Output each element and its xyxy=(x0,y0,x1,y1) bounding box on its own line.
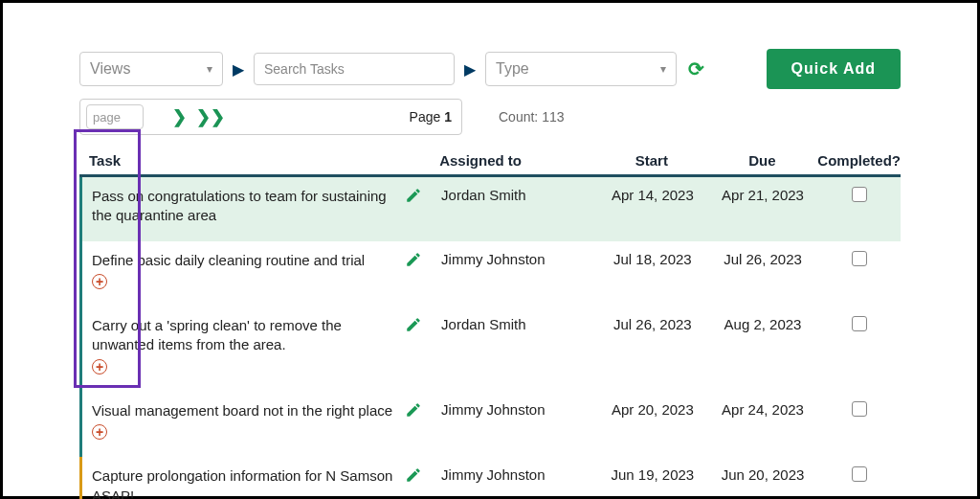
edit-icon[interactable] xyxy=(405,466,441,484)
table-row[interactable]: Visual management board not in the right… xyxy=(79,392,901,458)
col-header-due[interactable]: Due xyxy=(707,152,818,169)
task-text: Capture prolongation information for N S… xyxy=(92,466,395,499)
toolbar-primary: Views ▾ ▶ ▶ Type ▾ ⟳ Quick Add xyxy=(79,49,901,89)
col-header-assigned[interactable]: Assigned to xyxy=(439,152,596,169)
due-cell: Aug 2, 2023 xyxy=(707,316,817,376)
count-label: Count: 113 xyxy=(499,109,565,125)
type-dropdown[interactable]: Type ▾ xyxy=(485,52,677,86)
edit-icon[interactable] xyxy=(405,251,441,268)
start-cell: Jun 19, 2023 xyxy=(597,466,707,499)
completed-cell xyxy=(818,466,901,499)
due-cell: Jul 26, 2023 xyxy=(707,251,817,292)
completed-cell xyxy=(818,187,901,226)
page-number: 1 xyxy=(444,109,452,125)
edit-icon[interactable] xyxy=(405,401,441,419)
app-frame: Views ▾ ▶ ▶ Type ▾ ⟳ Quick Add ❯ ❯❯ Page… xyxy=(0,0,980,499)
start-cell: Apr 20, 2023 xyxy=(597,401,707,442)
col-header-completed[interactable]: Completed? xyxy=(817,152,901,169)
assigned-cell: Jordan Smith xyxy=(441,187,597,226)
completed-cell xyxy=(818,251,901,292)
toolbar-pager: ❯ ❯❯ Page 1 Count: 113 xyxy=(79,99,901,135)
edit-cell xyxy=(405,251,441,292)
pager-arrows: ❯ ❯❯ xyxy=(172,106,225,127)
play-icon[interactable]: ▶ xyxy=(231,60,246,79)
completed-cell xyxy=(818,401,901,442)
task-text: Carry out a 'spring clean' to remove the… xyxy=(92,316,395,355)
task-text: Define basic daily cleaning routine and … xyxy=(92,251,395,270)
edit-cell xyxy=(405,401,441,442)
views-dropdown[interactable]: Views ▾ xyxy=(79,52,223,86)
next-page-icon[interactable]: ❯ xyxy=(172,106,187,127)
edit-cell xyxy=(405,187,441,226)
edit-icon[interactable] xyxy=(405,316,441,333)
start-cell: Jul 26, 2023 xyxy=(597,316,707,376)
due-cell: Apr 24, 2023 xyxy=(707,401,817,442)
task-cell: Capture prolongation information for N S… xyxy=(82,466,405,499)
page-label: Page 1 xyxy=(410,109,452,125)
last-page-icon[interactable]: ❯❯ xyxy=(196,106,225,127)
task-text: Pass on congratulations to team for sust… xyxy=(92,187,395,226)
edit-cell xyxy=(405,316,441,376)
task-cell: Carry out a 'spring clean' to remove the… xyxy=(82,316,405,376)
due-cell: Apr 21, 2023 xyxy=(707,187,817,226)
due-cell: Jun 20, 2023 xyxy=(707,466,817,499)
assigned-cell: Jimmy Johnston xyxy=(441,466,597,499)
refresh-icon[interactable]: ⟳ xyxy=(684,57,708,80)
table-row[interactable]: Pass on congratulations to team for sust… xyxy=(79,177,901,241)
completed-checkbox[interactable] xyxy=(852,316,867,331)
completed-checkbox[interactable] xyxy=(852,466,867,482)
table-header: Task Assigned to Start Due Completed? xyxy=(79,152,901,177)
type-dropdown-label: Type xyxy=(496,60,529,78)
completed-checkbox[interactable] xyxy=(852,251,867,266)
page-input[interactable] xyxy=(87,110,143,125)
completed-checkbox[interactable] xyxy=(852,401,867,417)
chevron-down-icon: ▾ xyxy=(207,62,212,76)
expand-icon[interactable]: + xyxy=(92,424,107,440)
page-label-prefix: Page xyxy=(410,109,445,125)
views-dropdown-label: Views xyxy=(90,60,130,78)
task-cell: Define basic daily cleaning routine and … xyxy=(82,251,405,292)
edit-icon[interactable] xyxy=(405,187,441,204)
table-row[interactable]: Carry out a 'spring clean' to remove the… xyxy=(79,306,901,392)
col-header-task[interactable]: Task xyxy=(79,152,403,169)
play-icon[interactable]: ▶ xyxy=(462,60,478,79)
expand-icon[interactable]: + xyxy=(92,274,107,289)
completed-cell xyxy=(818,316,901,376)
quick-add-button[interactable]: Quick Add xyxy=(767,49,901,89)
edit-cell xyxy=(405,466,441,499)
expand-icon[interactable]: + xyxy=(92,359,107,374)
task-table: Task Assigned to Start Due Completed? Pa… xyxy=(79,152,901,499)
page-input-wrap xyxy=(86,104,144,129)
task-cell: Visual management board not in the right… xyxy=(82,401,405,442)
chevron-down-icon: ▾ xyxy=(660,62,666,76)
col-header-start[interactable]: Start xyxy=(596,152,707,169)
start-cell: Apr 14, 2023 xyxy=(597,187,707,226)
table-row[interactable]: Capture prolongation information for N S… xyxy=(79,457,901,499)
assigned-cell: Jimmy Johnston xyxy=(441,401,597,442)
assigned-cell: Jordan Smith xyxy=(441,316,597,376)
task-text: Visual management board not in the right… xyxy=(92,401,395,420)
start-cell: Jul 18, 2023 xyxy=(597,251,707,292)
search-input[interactable] xyxy=(254,53,455,85)
pager-box: ❯ ❯❯ Page 1 xyxy=(79,99,462,135)
table-row[interactable]: Define basic daily cleaning routine and … xyxy=(79,241,901,307)
task-cell: Pass on congratulations to team for sust… xyxy=(82,187,405,226)
assigned-cell: Jimmy Johnston xyxy=(441,251,597,292)
completed-checkbox[interactable] xyxy=(852,187,867,202)
